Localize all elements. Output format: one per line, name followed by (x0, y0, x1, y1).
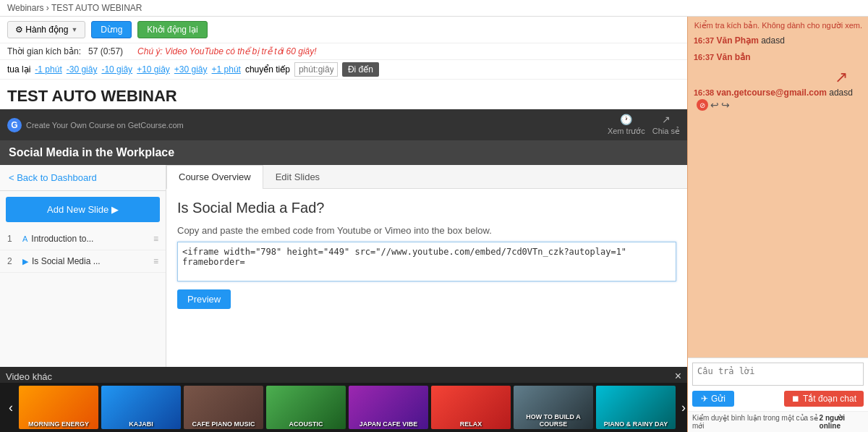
embed-label: Copy and paste the embed code from Youtu… (177, 225, 676, 236)
video-thumb-label-6: Relax (433, 420, 509, 428)
course-editor: Is Social Media a Fad? Copy and paste th… (166, 189, 687, 367)
msg-time-3: 16:38 (694, 88, 714, 97)
share-btn[interactable]: ↗ Chia sẻ (652, 114, 680, 136)
stop-chat-button[interactable]: ⏹ Tắt đoạn chat (784, 391, 864, 407)
chat-notification: Kiểm tra kích bản. Không dành cho người … (694, 20, 862, 35)
timer-label: Thời gian kích bản: (7, 46, 81, 56)
page-title: TEST AUTO WEBINAR (0, 80, 687, 109)
course-title-banner: Social Media in the Workplace (0, 140, 687, 165)
chat-messages: Kiểm tra kích bản. Không dành cho người … (688, 17, 868, 357)
forward-msg-btn[interactable]: ↪ (721, 99, 730, 111)
video-thumb-1[interactable]: Morning Energy (19, 386, 98, 429)
share-icon: ↗ (662, 114, 671, 125)
chat-input-area: ✈ Gửi ⏹ Tắt đoạn chat (688, 357, 868, 411)
embed-textarea[interactable]: <iframe width="798" height="449" src="//… (177, 242, 676, 281)
chat-message-2: 16:37 Văn bản (694, 51, 862, 64)
goto-input[interactable] (294, 62, 338, 77)
video-thumb-5[interactable]: JAPAN CAFE VIBE (349, 386, 428, 429)
gc-actions: 🕐 Xem trước ↗ Chia sẻ (608, 114, 680, 136)
slide-num-1: 1 (7, 234, 19, 244)
tabs-bar: Course Overview Edit Slides (166, 165, 687, 189)
back-to-dashboard-link[interactable]: < Back to Dashboard (0, 165, 166, 191)
plus1-btn[interactable]: +1 phút (212, 64, 241, 75)
msg-name-1: Văn Phạm (716, 35, 758, 46)
video-thumb-2[interactable]: KAJABI (101, 386, 181, 429)
video-thumb-label-8: Piano & Rainy Day (597, 420, 674, 428)
gc-logo-g: G (7, 118, 22, 132)
send-message-button[interactable]: ✈ Gửi (692, 391, 734, 407)
minus1-btn[interactable]: -1 phút (35, 64, 61, 75)
restart-button[interactable]: Khởi động lại (137, 21, 207, 38)
msg-text-3: adasd (829, 88, 853, 98)
drag-handle-2[interactable]: ≡ (153, 256, 158, 266)
video-thumb-6[interactable]: Relax (431, 386, 511, 429)
video-thumb-label-2: KAJABI (103, 420, 179, 428)
online-count: 2 người online (820, 414, 864, 430)
slide-title: Is Social Media a Fad? (177, 200, 676, 216)
chevron-down-icon: ▼ (71, 26, 77, 33)
video-thumb-7[interactable]: HOW TO BUILD A COURSE (514, 386, 593, 429)
drag-handle-1[interactable]: ≡ (153, 234, 158, 244)
send-icon: ✈ (701, 394, 708, 404)
slide-num-2: 2 (7, 256, 19, 266)
stop-button[interactable]: Dừng (91, 21, 132, 38)
replay-row: tua lại -1 phút -30 giây -10 giây +10 gi… (0, 60, 687, 80)
minus10-btn[interactable]: -10 giây (101, 64, 132, 75)
gc-logo: G Create Your Own Course on GetCourse.co… (7, 118, 184, 132)
warning-text: Chú ý: Video YouTube có thể bị trễ tới 6… (137, 46, 316, 56)
gc-tagline: Create Your Own Course on GetCourse.com (26, 121, 184, 130)
close-video-bar-button[interactable]: × (675, 370, 681, 383)
tab-course-overview[interactable]: Course Overview (166, 165, 263, 189)
video-thumbnails: ‹ Morning Energy KAJABI Cafe Piano Music… (0, 383, 687, 432)
toolbar: ⚙ Hành động ▼ Dừng Khởi động lại (0, 17, 687, 43)
slide-item-2[interactable]: 2 ▶ Is Social Media ... ≡ (0, 250, 166, 273)
goto-button[interactable]: Đi đến (342, 62, 379, 77)
add-new-slide-button[interactable]: Add New Slide ▶ (6, 197, 160, 222)
chat-message-3: 16:38 van.getcourse@gmail.com adasd ⊘ ↩ … (694, 87, 862, 111)
plus10-btn[interactable]: +10 giây (137, 64, 170, 75)
video-bar-title: Video khác (6, 371, 52, 382)
watch-btn[interactable]: 🕐 Xem trước (608, 114, 645, 136)
video-thumb-8[interactable]: Piano & Rainy Day (596, 386, 676, 429)
breadcrumb-webinars[interactable]: Webinars (7, 3, 43, 13)
next-video-btn[interactable]: › (678, 386, 687, 429)
minus30-btn[interactable]: -30 giây (67, 64, 98, 75)
video-thumb-label-4: Acoustic (268, 420, 344, 428)
tab-edit-slides[interactable]: Edit Slides (263, 165, 332, 188)
stop-icon: ⏹ (791, 394, 800, 404)
chat-message-1: 16:37 Văn Phạm adasd (694, 35, 862, 47)
chat-input[interactable] (692, 363, 864, 386)
breadcrumb-separator: › (46, 3, 51, 13)
breadcrumb-current: TEST AUTO WEBINAR (51, 3, 142, 13)
course-content: < Back to Dashboard Add New Slide ▶ 1 A … (0, 165, 687, 367)
video-thumb-label-7: HOW TO BUILD A COURSE (515, 413, 592, 428)
plus30-btn[interactable]: +30 giây (174, 64, 208, 75)
video-thumb-label-1: Morning Energy (20, 420, 97, 428)
stop-label: Tắt đoạn chat (803, 394, 856, 404)
action-dropdown-button[interactable]: ⚙ Hành động ▼ (7, 21, 85, 38)
topbar: Webinars › TEST AUTO WEBINAR (0, 0, 868, 17)
slide-label-2: Is Social Media ... (32, 256, 101, 266)
slide-icon-2: ▶ (22, 257, 28, 266)
slide-icon-1: A (22, 234, 27, 243)
msg-name-2: Văn bản (716, 52, 750, 62)
send-label: Gửi (711, 394, 726, 404)
prev-video-btn[interactable]: ‹ (6, 386, 16, 429)
video-thumb-4[interactable]: Acoustic (266, 386, 346, 429)
gc-header: G Create Your Own Course on GetCourse.co… (0, 109, 687, 140)
block-user-btn[interactable]: ⊘ (697, 99, 708, 111)
chat-input-actions: ✈ Gửi ⏹ Tắt đoạn chat (692, 391, 864, 407)
msg-time-1: 16:37 (694, 36, 714, 45)
preview-button[interactable]: Preview (177, 289, 231, 309)
msg-name-3: van.getcourse@gmail.com (716, 88, 826, 98)
video-thumb-3[interactable]: Cafe Piano Music (184, 386, 263, 429)
reply-btn[interactable]: ↩ (710, 99, 719, 111)
msg-text-1: adasd (761, 35, 785, 46)
slide-item-1[interactable]: 1 A Introduction to... ≡ (0, 228, 166, 250)
replay-label: tua lại (7, 64, 30, 75)
arrow-indicator: ↗ (694, 68, 862, 87)
video-thumb-label-3: Cafe Piano Music (185, 420, 262, 428)
video-bar: Video khác × (0, 367, 687, 383)
course-sidebar: < Back to Dashboard Add New Slide ▶ 1 A … (0, 165, 166, 367)
forward-label: chuyển tiếp (245, 64, 290, 75)
